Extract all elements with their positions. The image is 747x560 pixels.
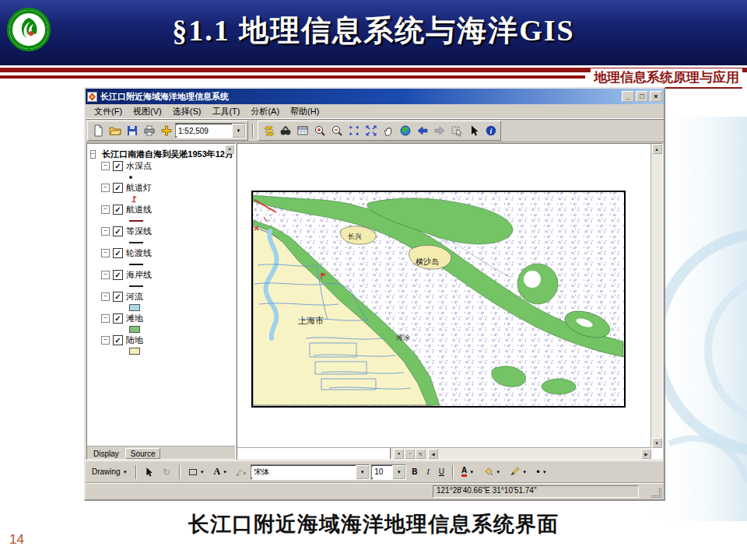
layer-row-hangdaodeng[interactable]: − ✓ 航道灯 <box>101 182 233 194</box>
layer-row-heliu[interactable]: − ✓ 河流 <box>101 291 233 303</box>
map-scale-input[interactable] <box>176 125 232 136</box>
bold-button[interactable]: B <box>408 464 421 480</box>
find-button[interactable] <box>277 123 293 138</box>
tab-source[interactable]: Source <box>125 448 161 459</box>
pencil-icon <box>510 467 520 477</box>
collapse-icon[interactable]: − <box>101 205 110 214</box>
font-size-input[interactable] <box>372 467 392 478</box>
layer-checkbox[interactable]: ✓ <box>113 313 123 324</box>
select-elements-button[interactable] <box>465 123 482 138</box>
map-horizontal-scrollbar[interactable] <box>438 449 641 459</box>
layer-checkbox[interactable]: ✓ <box>113 292 123 302</box>
layer-row-haianxian[interactable]: − ✓ 海岸线 <box>101 269 233 281</box>
edit-vertices-button[interactable] <box>233 464 249 480</box>
editor-button[interactable] <box>260 123 276 138</box>
menu-analysis[interactable]: 分析(A) <box>245 104 285 119</box>
layer-row-tandi[interactable]: − ✓ 滩地 <box>101 313 233 324</box>
fixed-zoom-in-button[interactable] <box>345 123 362 138</box>
layout-view-icon[interactable]: ▫ <box>405 449 415 459</box>
menu-view[interactable]: 视图(V) <box>128 104 167 119</box>
maximize-button[interactable]: □ <box>636 91 648 102</box>
svg-text:i: i <box>489 127 492 135</box>
data-view-icon[interactable]: ● <box>394 449 404 459</box>
font-size-combo[interactable]: ▼ <box>371 464 406 480</box>
menu-file[interactable]: 文件(F) <box>89 104 128 119</box>
line-color-button[interactable]: ▼ <box>506 464 531 480</box>
map-view[interactable]: 47 15 3 <box>237 143 663 460</box>
collapse-icon[interactable]: − <box>101 292 110 301</box>
layer-checkbox[interactable]: ✓ <box>113 335 123 345</box>
layer-row-hangdaoxian[interactable]: − ✓ 航道线 <box>101 204 233 215</box>
layer-checkbox[interactable]: ✓ <box>113 183 123 193</box>
tab-display[interactable]: Display <box>89 448 124 459</box>
identify-button[interactable]: i <box>482 123 499 138</box>
italic-button[interactable]: I <box>423 464 433 480</box>
nautical-chart[interactable]: 47 15 3 <box>251 191 626 408</box>
save-button[interactable] <box>124 123 140 138</box>
full-extent-button[interactable] <box>397 123 413 138</box>
menu-help[interactable]: 帮助(H) <box>285 104 324 119</box>
map-scale-combo[interactable]: ▼ <box>175 123 246 138</box>
toolbar-separator <box>452 465 454 479</box>
drawing-menu-button[interactable]: Drawing ▼ <box>88 464 132 480</box>
layer-row-ludi[interactable]: − ✓ 陆地 <box>101 334 233 346</box>
rectangle-tool-button[interactable]: ▼ <box>184 464 209 480</box>
layer-checkbox[interactable]: ✓ <box>113 226 123 236</box>
minimize-button[interactable]: _ <box>622 91 634 102</box>
font-name-combo[interactable]: ▼ <box>251 464 370 480</box>
map-vertical-scrollbar[interactable]: ▲ ▼ <box>651 144 662 448</box>
refresh-icon[interactable]: ↻ <box>416 449 426 459</box>
marker-color-button[interactable]: • ▼ <box>532 464 551 480</box>
toc-root-row[interactable]: − 长江口南港自海到吴淞1953年12月 <box>90 149 233 160</box>
font-dropdown-icon[interactable]: ▼ <box>356 465 369 479</box>
attribute-table-button[interactable] <box>294 123 310 138</box>
window-titlebar[interactable]: 长江口附近海域海洋地理信息系统 _ □ × <box>86 89 664 104</box>
go-back-button[interactable] <box>414 123 430 138</box>
layer-row-shuishen[interactable]: − ✓ 水深点 <box>101 160 233 172</box>
layer-row-lunduxian[interactable]: − ✓ 轮渡线 <box>101 247 233 259</box>
scroll-up-icon[interactable]: ▲ <box>652 144 662 154</box>
collapse-icon[interactable]: − <box>101 314 110 323</box>
menu-selection[interactable]: 选择(S) <box>167 104 207 119</box>
scale-dropdown-icon[interactable]: ▼ <box>232 124 245 138</box>
collapse-icon[interactable]: − <box>101 227 110 236</box>
font-size-dropdown-icon[interactable]: ▼ <box>392 465 405 479</box>
fixed-zoom-out-button[interactable] <box>363 123 379 138</box>
select-elements-button-2[interactable] <box>141 464 157 480</box>
collapse-icon[interactable]: − <box>101 184 110 192</box>
scroll-down-icon[interactable]: ▼ <box>652 438 662 448</box>
resize-grip[interactable] <box>651 488 661 498</box>
go-forward-button[interactable] <box>431 123 447 138</box>
rotate-button[interactable]: ↻ <box>159 464 175 480</box>
layer-checkbox[interactable]: ✓ <box>113 205 123 215</box>
layer-checkbox[interactable]: ✓ <box>113 248 123 258</box>
underline-button[interactable]: U <box>435 464 448 480</box>
fill-color-button[interactable]: ▼ <box>479 464 504 480</box>
add-data-button[interactable] <box>158 123 174 138</box>
close-button[interactable]: × <box>650 91 662 102</box>
text-tool-button[interactable]: A ▼ <box>210 464 232 480</box>
open-button[interactable] <box>107 123 123 138</box>
scroll-left-icon[interactable]: ◀ <box>428 449 438 459</box>
zoom-out-button[interactable] <box>328 123 345 138</box>
font-name-input[interactable] <box>251 467 356 478</box>
collapse-icon[interactable]: − <box>101 249 110 257</box>
collapse-icon[interactable]: − <box>101 336 110 345</box>
collapse-icon[interactable]: − <box>101 162 110 170</box>
toc-close-icon[interactable]: × <box>225 145 234 154</box>
font-color-button[interactable]: A ▼ <box>458 464 478 480</box>
collapse-icon[interactable]: − <box>90 150 96 159</box>
pan-button[interactable] <box>380 123 396 138</box>
collapse-icon[interactable]: − <box>101 271 110 279</box>
new-document-button[interactable] <box>89 123 106 138</box>
menu-tools[interactable]: 工具(T) <box>206 104 245 119</box>
layer-label: 水深点 <box>126 160 152 172</box>
select-graphics-button[interactable] <box>448 123 465 138</box>
layer-checkbox[interactable]: ✓ <box>113 161 123 171</box>
zoom-in-button[interactable] <box>311 123 328 138</box>
layer-row-dengshenxian[interactable]: − ✓ 等深线 <box>101 226 233 237</box>
table-of-contents: × − 长江口南港自海到吴淞1953年12月 − ✓ 水深点 <box>86 143 236 460</box>
print-button[interactable] <box>141 123 157 138</box>
scroll-right-icon[interactable]: ▶ <box>641 449 651 459</box>
layer-checkbox[interactable]: ✓ <box>113 270 123 280</box>
